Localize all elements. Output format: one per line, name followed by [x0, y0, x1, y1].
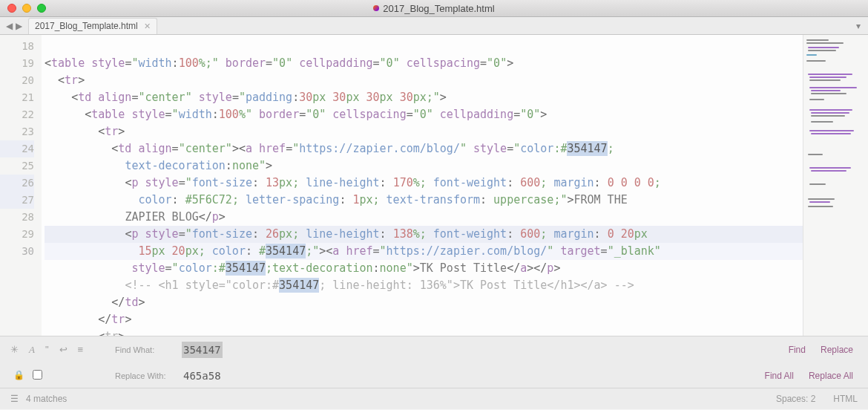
titlebar: 2017_Blog_Template.html: [0, 0, 868, 17]
tab-active[interactable]: 2017_Blog_Template.html ✕: [28, 18, 157, 34]
search-match: 354147: [226, 261, 266, 276]
gutter: 18 19 20 21 22 23 24 25 26 27 28 29 30: [0, 35, 42, 336]
line-number: 24: [0, 140, 34, 157]
search-match: 354147: [567, 141, 607, 156]
tab-menu-icon[interactable]: ▾: [856, 21, 861, 31]
line-number: 21: [0, 89, 34, 106]
lock-icon[interactable]: 🔒: [13, 370, 24, 382]
preserve-case-checkbox[interactable]: [33, 370, 42, 380]
search-match: 354147: [279, 278, 319, 293]
minimize-icon[interactable]: [22, 4, 31, 13]
nav-forward-icon[interactable]: ▶: [14, 21, 24, 31]
status-matches: 4 matches: [26, 394, 67, 404]
editor: 18 19 20 21 22 23 24 25 26 27 28 29 30 <…: [0, 35, 868, 336]
find-replace-panel: ✳︎ A " ↩︎ ≡ Find What: 354147 Find Repla…: [0, 336, 868, 388]
menu-icon[interactable]: ☰: [10, 397, 19, 401]
tab-close-icon[interactable]: ✕: [144, 22, 151, 31]
tabbar: ◀ ▶ 2017_Blog_Template.html ✕ ▾: [0, 17, 868, 35]
find-what-label: Find What:: [115, 345, 182, 354]
statusbar: ☰ 4 matches Spaces: 2 HTML: [0, 388, 868, 409]
line-number: 19: [0, 55, 34, 72]
replace-with-label: Replace With:: [115, 371, 182, 380]
line-number: 30: [0, 243, 34, 260]
line-number: 25: [0, 157, 34, 175]
line-number: 22: [0, 106, 34, 123]
replace-with-input[interactable]: 465a58: [182, 368, 223, 384]
status-spaces[interactable]: Spaces: 2: [776, 394, 815, 404]
line-number: 18: [0, 38, 34, 55]
minimap[interactable]: [803, 35, 868, 336]
file-icon: [373, 5, 379, 11]
nav-back-icon[interactable]: ◀: [4, 21, 14, 31]
code-area[interactable]: <table style="width:100%;" border="0" ce…: [42, 35, 803, 336]
regex-icon[interactable]: ✳︎: [10, 344, 19, 356]
line-number: 23: [0, 123, 34, 140]
find-button[interactable]: Find: [789, 345, 806, 355]
case-icon[interactable]: A: [29, 344, 35, 356]
window-title: 2017_Blog_Template.html: [0, 3, 868, 14]
window-controls: [0, 4, 46, 13]
line-number: 26: [0, 175, 34, 192]
line-number: 29: [0, 226, 34, 243]
close-icon[interactable]: [7, 4, 16, 13]
maximize-icon[interactable]: [37, 4, 46, 13]
search-match: 354147: [266, 244, 306, 258]
replace-all-button[interactable]: Replace All: [809, 371, 853, 381]
line-number: 27: [0, 192, 34, 209]
quote-icon[interactable]: ": [45, 344, 49, 356]
wrap-icon[interactable]: ↩︎: [59, 344, 68, 356]
line-number: 20: [0, 72, 34, 89]
window-title-text: 2017_Blog_Template.html: [383, 3, 494, 14]
status-language[interactable]: HTML: [833, 394, 858, 404]
tab-label: 2017_Blog_Template.html: [35, 21, 138, 31]
selection-icon[interactable]: ≡: [78, 344, 84, 356]
line-number: 28: [0, 209, 34, 226]
find-what-input[interactable]: 354147: [182, 342, 223, 358]
find-all-button[interactable]: Find All: [765, 371, 794, 381]
replace-button[interactable]: Replace: [821, 345, 853, 355]
